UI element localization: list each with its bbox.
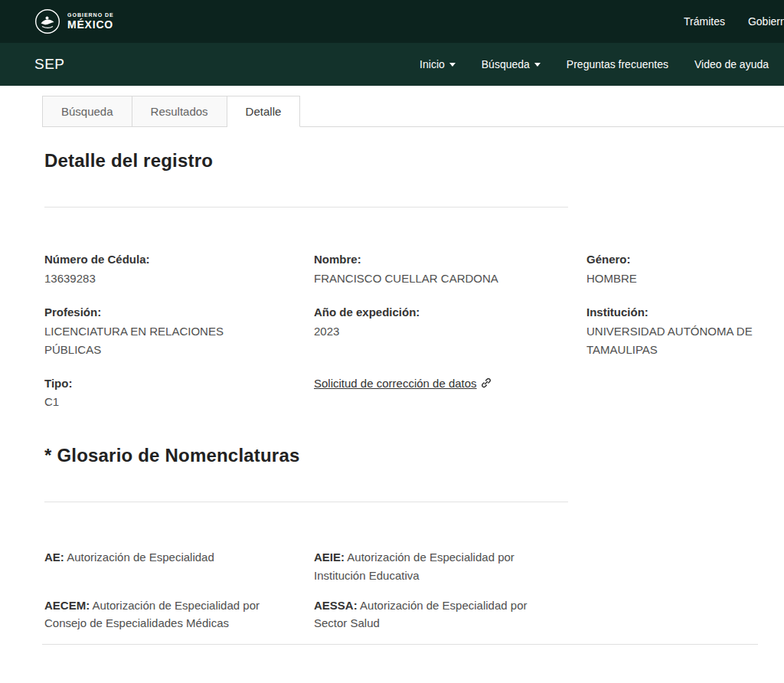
nav-item-inicio[interactable]: Inicio: [420, 58, 456, 70]
tab-detalle[interactable]: Detalle: [227, 96, 301, 127]
nav-item-inicio-label: Inicio: [420, 58, 445, 70]
section-divider: [44, 207, 568, 208]
field-value: LICENCIATURA EN RELACIONES PÚBLICAS: [44, 322, 271, 359]
caret-down-icon: [534, 63, 541, 67]
sep-navbar: SEP Inicio Búsqueda Preguntas frecuentes…: [0, 43, 784, 86]
tab-resultados[interactable]: Resultados: [132, 96, 227, 126]
caret-down-icon: [449, 63, 456, 67]
field-label: Número de Cédula:: [44, 250, 271, 270]
logo-text-line2: MÉXICO: [67, 18, 114, 31]
detail-title: Detalle del registro: [44, 150, 784, 172]
field-value: HOMBRE: [586, 270, 779, 288]
logo-text: GOBIERNO DE MÉXICO: [67, 12, 114, 31]
gobmx-topbar: GOBIERNO DE MÉXICO Trámites Gobierno: [0, 0, 784, 43]
field-institucion: Institución: UNIVERSIDAD AUTÓNOMA DE TAM…: [586, 303, 784, 359]
gobierno-mexico-logo[interactable]: GOBIERNO DE MÉXICO: [34, 8, 114, 34]
sep-brand-link[interactable]: SEP: [34, 56, 65, 73]
field-value: UNIVERSIDAD AUTÓNOMA DE TAMAULIPAS: [586, 322, 779, 359]
glossary-desc: Autorización de Especialidad por Institu…: [314, 551, 514, 581]
nav-item-busqueda-label: Búsqueda: [482, 58, 530, 70]
glossary-grid: AE: Autorización de Especialidad AEIE: A…: [44, 548, 784, 632]
glossary-desc: Autorización de Especialidad: [67, 551, 214, 564]
glossary-abbr: AE:: [44, 551, 64, 564]
nav-item-preguntas-frecuentes[interactable]: Preguntas frecuentes: [567, 58, 668, 70]
detail-fields-grid: Número de Cédula: 13639283 Nombre: FRANC…: [44, 250, 784, 411]
navbar-items: Inicio Búsqueda Preguntas frecuentes Vid…: [420, 58, 769, 70]
field-value: 2023: [314, 322, 544, 341]
field-label: Nombre:: [314, 250, 544, 270]
glossary-entry-aessa: AESSA: Autorización de Especialidad por …: [314, 596, 599, 632]
glossary-entry-aecem: AECEM: Autorización de Especialidad por …: [44, 596, 314, 632]
mexico-seal-icon: [34, 8, 60, 34]
field-label: Tipo:: [44, 374, 271, 394]
field-tipo: Tipo: C1: [44, 374, 314, 412]
tab-busqueda[interactable]: Búsqueda: [42, 96, 132, 126]
correction-request-link[interactable]: Solicitud de corrección de datos: [314, 374, 492, 390]
empty-cell: [586, 374, 784, 412]
glossary-abbr: AECEM:: [44, 599, 90, 612]
glossary-entry-ae: AE: Autorización de Especialidad: [44, 548, 314, 584]
topbar-link-gobierno[interactable]: Gobierno: [748, 15, 784, 28]
field-value: 13639283: [44, 270, 271, 288]
nav-item-video-de-ayuda[interactable]: Video de ayuda: [694, 58, 769, 70]
correction-link-cell: Solicitud de corrección de datos: [314, 374, 586, 412]
logo-text-line1: GOBIERNO DE: [67, 12, 114, 18]
correction-link-label: Solicitud de corrección de datos: [314, 377, 477, 390]
field-label: Género:: [586, 250, 779, 270]
link-icon: [481, 377, 492, 388]
footer-divider: [42, 644, 758, 645]
field-label: Profesión:: [44, 303, 271, 322]
field-genero: Género: HOMBRE: [586, 250, 784, 288]
field-value: C1: [44, 393, 271, 411]
field-label: Año de expedición:: [314, 303, 544, 322]
glossary-abbr: AESSA:: [314, 599, 358, 612]
field-anio-expedicion: Año de expedición: 2023: [314, 303, 586, 359]
field-numero-cedula: Número de Cédula: 13639283: [44, 250, 314, 288]
field-nombre: Nombre: FRANCISCO CUELLAR CARDONA: [314, 250, 586, 288]
glossary-entry-aeie: AEIE: Autorización de Especialidad por I…: [314, 548, 599, 584]
field-profesion: Profesión: LICENCIATURA EN RELACIONES PÚ…: [44, 303, 314, 359]
glossary-abbr: AEIE:: [314, 551, 345, 564]
glossary-title: * Glosario de Nomenclaturas: [44, 445, 784, 466]
detail-panel: Detalle del registro Número de Cédula: 1…: [0, 150, 784, 632]
field-label: Institución:: [586, 303, 779, 322]
topbar-links: Trámites Gobierno: [684, 0, 784, 43]
topbar-link-tramites[interactable]: Trámites: [684, 15, 725, 28]
section-divider: [44, 502, 568, 502]
field-value: FRANCISCO CUELLAR CARDONA: [314, 270, 544, 288]
tab-bar: Búsqueda Resultados Detalle: [42, 96, 784, 127]
nav-item-busqueda[interactable]: Búsqueda: [482, 58, 541, 70]
